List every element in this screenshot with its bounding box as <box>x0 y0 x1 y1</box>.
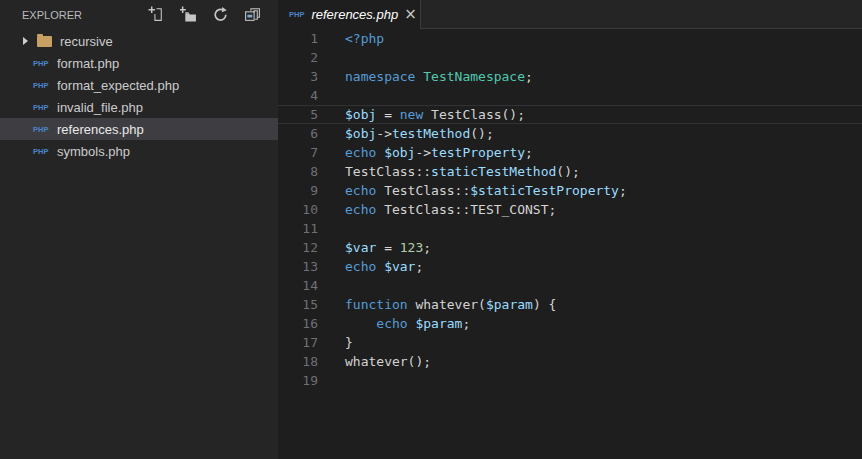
code-line[interactable]: 8 TestClass::staticTestMethod(); <box>278 162 862 181</box>
code-text <box>345 219 862 238</box>
token-def: (); <box>556 164 579 179</box>
code-line[interactable]: 18 whatever(); <box>278 352 862 371</box>
token-def: = <box>376 107 399 122</box>
code-line[interactable]: 9 echo TestClass::$staticTestProperty; <box>278 181 862 200</box>
token-def: -> <box>376 126 392 141</box>
code-line[interactable]: 7 echo $obj->testProperty; <box>278 143 862 162</box>
code-line[interactable]: 14 <box>278 276 862 295</box>
code-text: echo TestClass::$staticTestProperty; <box>345 181 862 200</box>
line-number: 16 <box>278 314 318 333</box>
token-def <box>345 316 376 331</box>
line-number: 10 <box>278 200 318 219</box>
folder-icon <box>37 36 52 47</box>
token-var: testProperty <box>431 145 525 160</box>
code-text: $obj = new TestClass(); <box>345 105 862 124</box>
token-def: -> <box>415 145 431 160</box>
line-number: 13 <box>278 257 318 276</box>
new-file-button[interactable] <box>148 6 165 23</box>
code-line[interactable]: 5 $obj = new TestClass(); <box>278 105 862 124</box>
new-folder-button[interactable] <box>180 6 197 23</box>
line-number: 1 <box>278 29 318 48</box>
token-var: $obj <box>345 126 376 141</box>
code-text: namespace TestNamespace; <box>345 67 862 86</box>
code-line[interactable]: 15 function whatever($param) { <box>278 295 862 314</box>
file-name: references.php <box>57 122 144 137</box>
token-var: $param <box>486 297 533 312</box>
token-def: ; <box>462 316 470 331</box>
token-var: $var <box>345 240 376 255</box>
code-text <box>345 86 862 105</box>
code-line[interactable]: 19 <box>278 371 862 390</box>
php-file-icon: PHP <box>33 103 50 112</box>
token-def: ; <box>415 259 423 274</box>
token-var: $obj <box>345 107 376 122</box>
token-var: $staticTestProperty <box>470 183 619 198</box>
tree-file-references-php[interactable]: PHP references.php <box>0 118 278 140</box>
tree-file-format-expected-php[interactable]: PHP format_expected.php <box>0 74 278 96</box>
file-name: format_expected.php <box>57 78 179 93</box>
code-line[interactable]: 2 <box>278 48 862 67</box>
token-kw: echo <box>345 259 376 274</box>
explorer-title: EXPLORER <box>22 9 82 21</box>
code-line[interactable]: 6 $obj->testMethod(); <box>278 124 862 143</box>
code-line[interactable]: 17 } <box>278 333 862 352</box>
token-def: whatever( <box>408 297 486 312</box>
php-file-icon: PHP <box>33 147 50 156</box>
tree-folder-recursive[interactable]: recursive <box>0 30 278 52</box>
code-text: whatever(); <box>345 352 862 371</box>
token-var: $var <box>384 259 415 274</box>
code-text: echo $var; <box>345 257 862 276</box>
code-text: echo $obj->testProperty; <box>345 143 862 162</box>
collapse-all-button[interactable] <box>244 6 261 23</box>
token-kw: function <box>345 297 408 312</box>
line-number: 15 <box>278 295 318 314</box>
code-line[interactable]: 4 <box>278 86 862 105</box>
tree-file-invalid-file-php[interactable]: PHP invalid_file.php <box>0 96 278 118</box>
code-line[interactable]: 10 echo TestClass::TEST_CONST; <box>278 200 862 219</box>
code-line[interactable]: 11 <box>278 219 862 238</box>
code-text: echo TestClass::TEST_CONST; <box>345 200 862 219</box>
token-var: testMethod <box>392 126 470 141</box>
file-tree: recursive PHP format.php PHP format_expe… <box>0 29 278 162</box>
line-number: 7 <box>278 143 318 162</box>
line-number: 9 <box>278 181 318 200</box>
token-def: ) { <box>533 297 556 312</box>
collapse-all-icon <box>244 6 261 23</box>
php-file-icon: PHP <box>33 59 50 68</box>
token-def <box>376 145 384 160</box>
code-text: function whatever($param) { <box>345 295 862 314</box>
line-number: 5 <box>278 105 318 124</box>
code-text: $obj->testMethod(); <box>345 124 862 143</box>
explorer-sidebar: EXPLORER <box>0 0 278 459</box>
refresh-button[interactable] <box>212 6 229 23</box>
tree-file-format-php[interactable]: PHP format.php <box>0 52 278 74</box>
token-kw: <?php <box>345 31 384 46</box>
new-file-icon <box>148 6 165 23</box>
code-text: TestClass::staticTestMethod(); <box>345 162 862 181</box>
token-def: ; <box>619 183 627 198</box>
tab-references-php[interactable]: PHP references.php × <box>278 0 421 29</box>
code-line[interactable]: 12 $var = 123; <box>278 238 862 257</box>
code-text: <?php <box>345 29 862 48</box>
line-number: 2 <box>278 48 318 67</box>
code-line[interactable]: 1 <?php <box>278 29 862 48</box>
explorer-header: EXPLORER <box>0 0 278 29</box>
code-lines[interactable]: 1 <?php 2 3 namespace TestNamespace; 4 5… <box>278 29 862 459</box>
token-def: TestClass:: <box>345 164 431 179</box>
code-text <box>345 48 862 67</box>
code-line[interactable]: 13 echo $var; <box>278 257 862 276</box>
token-var: $param <box>415 316 462 331</box>
token-def: ; <box>525 145 533 160</box>
token-def <box>376 259 384 274</box>
token-kw: echo <box>345 202 376 217</box>
tree-file-symbols-php[interactable]: PHP symbols.php <box>0 140 278 162</box>
token-kw: namespace <box>345 69 415 84</box>
php-file-icon: PHP <box>289 10 304 19</box>
code-line[interactable]: 3 namespace TestNamespace; <box>278 67 862 86</box>
explorer-actions <box>148 6 261 23</box>
code-line[interactable]: 16 echo $param; <box>278 314 862 333</box>
token-def: (); <box>470 126 493 141</box>
code-text <box>345 371 862 390</box>
token-kw: new <box>400 107 423 122</box>
close-tab-icon[interactable]: × <box>404 7 417 22</box>
